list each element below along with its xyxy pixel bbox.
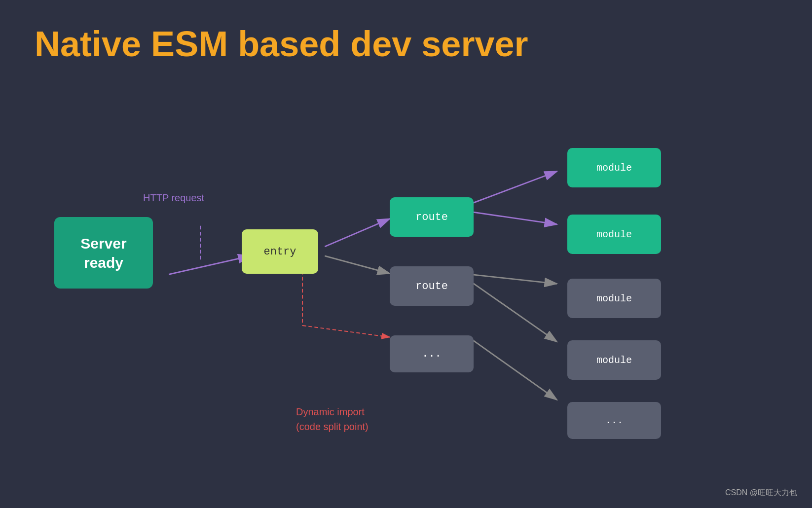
- dynamic-import-text: Dynamic import(code split point): [296, 406, 369, 432]
- slide: Native ESM based dev server: [0, 0, 812, 508]
- module-1-text: module: [596, 162, 632, 174]
- module-box-4: module: [567, 340, 661, 380]
- module-box-2: module: [567, 215, 661, 254]
- dynamic-import-label: Dynamic import(code split point): [296, 404, 369, 434]
- svg-line-6: [325, 256, 390, 274]
- route-dots-box: ...: [390, 335, 474, 372]
- module-2-text: module: [596, 229, 632, 240]
- svg-line-13: [471, 338, 557, 399]
- svg-line-12: [471, 282, 557, 342]
- entry-box: entry: [242, 229, 318, 274]
- module-dots-box: ...: [567, 402, 661, 439]
- module-dots-text: ...: [605, 415, 623, 426]
- svg-line-10: [471, 212, 557, 224]
- route-gray-text: route: [415, 280, 448, 292]
- diagram: Serverready HTTP request entry route rou…: [0, 89, 812, 483]
- svg-line-8: [302, 326, 390, 337]
- module-4-text: module: [596, 355, 632, 366]
- svg-line-5: [325, 219, 390, 247]
- watermark: CSDN @旺旺大力包: [725, 488, 797, 498]
- route-dots-text: ...: [422, 348, 442, 360]
- module-3-text: module: [596, 293, 632, 304]
- svg-line-11: [471, 274, 557, 284]
- svg-line-9: [471, 172, 557, 204]
- svg-line-3: [169, 256, 251, 275]
- route-green-box: route: [390, 197, 474, 237]
- server-ready-text: Serverready: [80, 234, 126, 272]
- slide-title: Native ESM based dev server: [35, 25, 777, 64]
- server-ready-box: Serverready: [54, 217, 153, 289]
- entry-text: entry: [263, 246, 296, 258]
- route-green-text: route: [415, 211, 448, 223]
- route-gray-box: route: [390, 266, 474, 306]
- module-box-3: module: [567, 279, 661, 318]
- module-box-1: module: [567, 148, 661, 187]
- http-request-label: HTTP request: [143, 192, 204, 204]
